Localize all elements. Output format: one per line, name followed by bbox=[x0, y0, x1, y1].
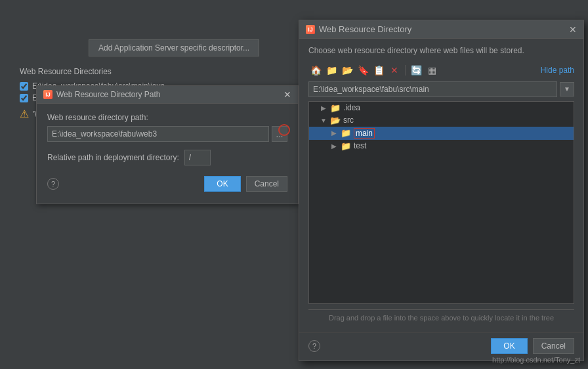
toolbar-home-button[interactable]: 🏠 bbox=[308, 63, 323, 77]
dialog-wrd-body: Choose web resource directory where web … bbox=[299, 39, 583, 332]
tree-item-main[interactable]: ▶ 📁 main bbox=[309, 127, 574, 140]
relative-path-label: Relative path in deployment directory: bbox=[47, 153, 179, 162]
toolbar-delete-button[interactable]: ✕ bbox=[387, 63, 402, 77]
toolbar-separator bbox=[405, 65, 406, 76]
add-server-button[interactable]: Add Application Server specific descript… bbox=[89, 39, 259, 56]
intellij-icon-path: IJ bbox=[43, 90, 52, 99]
dialog-path-title-text: Web Resource Directory Path bbox=[56, 90, 161, 99]
path-browse-button[interactable]: ▼ bbox=[560, 82, 574, 97]
cancel-button-path[interactable]: Cancel bbox=[246, 176, 287, 192]
hide-path-link[interactable]: Hide path bbox=[541, 66, 574, 75]
ok-button-path[interactable]: OK bbox=[204, 176, 240, 192]
tree-toggle-idea: ▶ bbox=[320, 104, 327, 112]
toolbar-refresh-button[interactable]: 🔄 bbox=[409, 63, 423, 77]
tree-label-src: src bbox=[343, 116, 354, 125]
dialog-path-buttons: OK Cancel bbox=[204, 176, 287, 192]
toolbar-folder-button[interactable]: 📁 bbox=[324, 63, 339, 77]
tree-item-idea[interactable]: ▶ 📁 .idea bbox=[309, 102, 574, 114]
section-label: Web Resource Directories bbox=[20, 67, 295, 76]
tree-item-src[interactable]: ▼ 📂 src bbox=[309, 114, 574, 127]
toolbar-copy-button[interactable]: 📋 bbox=[371, 63, 386, 77]
dialog-path: IJ Web Resource Directory Path ✕ Web res… bbox=[36, 85, 299, 204]
toolbar-bookmark-button[interactable]: 🔖 bbox=[356, 63, 370, 77]
folder-icon-src: 📂 bbox=[330, 116, 341, 125]
folder-icon-test: 📁 bbox=[341, 141, 351, 151]
ok-button-wrd[interactable]: OK bbox=[491, 338, 527, 354]
toolbar-open-button[interactable]: 📂 bbox=[340, 63, 354, 77]
tree-toggle-main: ▶ bbox=[330, 129, 338, 137]
dialog-wrd-description: Choose web resource directory where web … bbox=[308, 45, 574, 56]
folder-icon-idea: 📁 bbox=[330, 103, 341, 113]
dialog-path-body: Web resource directory path: ... Relativ… bbox=[37, 104, 298, 204]
path-display-input[interactable] bbox=[308, 81, 557, 97]
dialog-wrd-titlebar: IJ Web Resource Directory ✕ bbox=[299, 20, 583, 39]
dialog-path-titlebar: IJ Web Resource Directory Path ✕ bbox=[37, 86, 298, 104]
tree-container[interactable]: ▶ 📁 .idea ▼ 📂 src ▶ 📁 main ▶ 📁 test bbox=[308, 101, 574, 304]
dialog-path-title: IJ Web Resource Directory Path bbox=[43, 90, 161, 99]
toolbar-view-button[interactable]: ▦ bbox=[425, 63, 439, 77]
toolbar: 🏠 📁 📂 🔖 📋 ✕ 🔄 ▦ Hide path bbox=[308, 63, 574, 77]
browse-button[interactable]: ... bbox=[272, 126, 287, 142]
checkbox-java[interactable] bbox=[20, 82, 28, 91]
tree-label-test: test bbox=[354, 141, 366, 150]
drag-drop-hint: Drag and drop a file into the space abov… bbox=[308, 309, 574, 326]
dialog-path-close-button[interactable]: ✕ bbox=[284, 90, 291, 99]
tree-toggle-src: ▼ bbox=[320, 116, 327, 124]
tree-toggle-test: ▶ bbox=[330, 142, 338, 150]
web-resource-input-row: ... bbox=[47, 126, 287, 142]
cancel-button-wrd[interactable]: Cancel bbox=[533, 338, 574, 354]
dialog-wrd-title-container: IJ Web Resource Directory bbox=[306, 24, 411, 34]
help-icon[interactable]: ? bbox=[47, 178, 59, 190]
path-input-row: ▼ bbox=[308, 81, 574, 97]
relative-path-row: Relative path in deployment directory: bbox=[47, 150, 287, 165]
folder-icon-main: 📁 bbox=[341, 128, 351, 138]
tree-label-main: main bbox=[354, 128, 375, 139]
watermark: http://blog.csdn.net/Tony_zt bbox=[492, 356, 580, 364]
dialog-path-footer: ? OK Cancel bbox=[47, 176, 287, 194]
dialog-wrd-title-text: Web Resource Directory bbox=[319, 24, 411, 34]
web-resource-label: Web resource directory path: bbox=[47, 113, 287, 122]
tree-label-idea: .idea bbox=[343, 103, 360, 112]
relative-path-input[interactable] bbox=[184, 150, 211, 165]
browse-ellipsis: ... bbox=[276, 129, 284, 139]
wrd-help-icon[interactable]: ? bbox=[308, 340, 320, 352]
wrd-button-group: OK Cancel bbox=[491, 338, 574, 354]
dialog-wrd-close-button[interactable]: ✕ bbox=[569, 25, 577, 34]
intellij-icon-wrd: IJ bbox=[306, 25, 315, 34]
tree-item-test[interactable]: ▶ 📁 test bbox=[309, 140, 574, 152]
warning-icon: ⚠ bbox=[20, 108, 29, 120]
web-resource-input[interactable] bbox=[47, 126, 269, 142]
checkbox-resources[interactable] bbox=[20, 94, 28, 102]
dialog-wrd: IJ Web Resource Directory ✕ Choose web r… bbox=[299, 20, 584, 361]
